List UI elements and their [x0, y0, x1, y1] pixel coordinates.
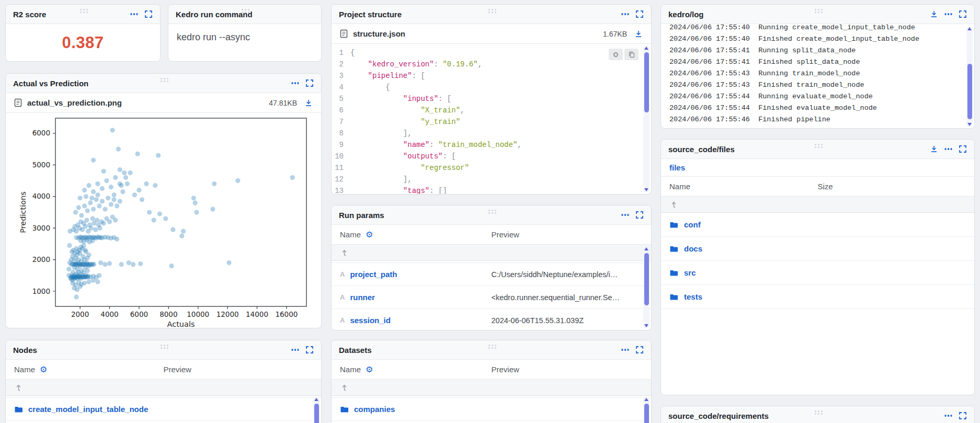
scrollbar-thumb[interactable]	[967, 64, 972, 119]
preview-toggle-button[interactable]	[609, 49, 623, 60]
overflow-menu-icon[interactable]	[294, 82, 296, 84]
folder-row[interactable]: conf	[661, 213, 974, 237]
expand-icon[interactable]	[305, 79, 314, 87]
folder-row[interactable]: docs	[661, 237, 974, 261]
svg-text:Predictions: Predictions	[19, 191, 27, 233]
drag-handle-icon[interactable]	[245, 9, 246, 10]
table-row[interactable]: Arunner<kedro.runner.sequential_runner.S…	[332, 286, 651, 309]
code-line: 12 ],	[332, 174, 651, 185]
drag-handle-icon[interactable]	[492, 345, 493, 346]
row-name-link[interactable]: companies	[354, 405, 395, 414]
vertical-scrollbar[interactable]	[643, 45, 649, 192]
table-row[interactable]: create_model_input_table_node	[6, 398, 321, 421]
svg-text:1000: 1000	[32, 287, 50, 295]
panel-header: Kedro run command	[168, 5, 321, 24]
drag-handle-icon[interactable]	[818, 144, 819, 145]
expand-icon[interactable]	[144, 10, 153, 18]
scroll-down-icon[interactable]	[644, 188, 648, 191]
folder-icon	[669, 245, 678, 253]
svg-text:8000: 8000	[159, 310, 177, 318]
scroll-up-icon[interactable]	[644, 47, 648, 50]
row-name-link[interactable]: project_path	[350, 270, 397, 279]
expand-icon[interactable]	[305, 346, 314, 354]
scrollbar-thumb[interactable]	[644, 404, 649, 423]
download-icon[interactable]	[930, 145, 938, 153]
panel-actual-vs-prediction: Actual vs Prediction actual_vs_predictio…	[5, 73, 322, 328]
row-name-link[interactable]: runner	[350, 293, 375, 302]
table-row[interactable]: companies	[332, 398, 651, 421]
scroll-up-icon[interactable]	[644, 398, 648, 401]
breadcrumb-files-link[interactable]: files	[669, 163, 685, 172]
panel-project-structure: Project structure structure.json 1.67KB …	[331, 4, 652, 195]
scroll-up-icon[interactable]	[314, 398, 318, 401]
overflow-menu-icon[interactable]	[624, 349, 626, 350]
line-number: 7	[332, 116, 350, 128]
table-row[interactable]: Asession_id2024-06-06T15.55.31.039Z	[332, 309, 651, 330]
folder-name-link[interactable]: docs	[684, 244, 702, 253]
column-settings-gear-icon[interactable]: ⚙	[366, 231, 373, 239]
scroll-up-icon[interactable]	[967, 27, 972, 30]
drag-handle-icon[interactable]	[164, 345, 165, 346]
column-settings-gear-icon[interactable]: ⚙	[366, 365, 373, 374]
scrollbar-thumb[interactable]	[644, 52, 649, 112]
overflow-menu-icon[interactable]	[948, 148, 949, 150]
download-icon[interactable]	[930, 10, 938, 18]
download-icon[interactable]	[304, 99, 313, 107]
download-icon[interactable]	[634, 30, 643, 38]
scrollbar-thumb[interactable]	[644, 253, 649, 305]
folder-name-link[interactable]: conf	[684, 220, 701, 229]
scroll-down-icon[interactable]	[967, 123, 972, 126]
drag-handle-icon[interactable]	[83, 9, 85, 10]
drag-handle-icon[interactable]	[164, 78, 165, 79]
overflow-menu-icon[interactable]	[948, 13, 949, 15]
scroll-down-icon[interactable]	[644, 324, 648, 327]
svg-text:14000: 14000	[246, 310, 268, 318]
expand-icon[interactable]	[635, 211, 644, 219]
vertical-scrollbar[interactable]	[966, 26, 973, 127]
overflow-menu-icon[interactable]	[133, 13, 135, 15]
column-name-label: Name	[14, 365, 35, 374]
svg-text:Actuals: Actuals	[167, 320, 195, 328]
parent-directory-row[interactable]	[332, 245, 651, 261]
scrollbar-thumb[interactable]	[314, 404, 319, 423]
overflow-menu-icon[interactable]	[624, 13, 626, 15]
code-text: "X_train",	[350, 105, 464, 116]
expand-icon[interactable]	[635, 10, 644, 18]
code-line: 8 ],	[332, 128, 651, 139]
expand-icon[interactable]	[635, 346, 644, 354]
folder-name-link[interactable]: tests	[684, 292, 702, 301]
vertical-scrollbar[interactable]	[643, 397, 649, 423]
drag-handle-icon[interactable]	[492, 9, 493, 10]
code-line: 5 "inputs": [	[332, 93, 651, 105]
drag-handle-icon[interactable]	[818, 9, 819, 10]
string-type-icon: A	[340, 293, 345, 301]
panel-header: source_code/files	[661, 140, 974, 159]
line-number: 12	[332, 174, 350, 185]
row-name-link[interactable]: session_id	[350, 316, 391, 325]
expand-icon[interactable]	[959, 145, 967, 153]
parent-directory-row[interactable]	[332, 380, 651, 396]
parent-directory-row[interactable]	[661, 197, 974, 213]
drag-handle-icon[interactable]	[492, 210, 493, 211]
code-line: 13 "tags": []	[332, 185, 651, 195]
name-cell: Aproject_path	[332, 270, 492, 279]
table-row[interactable]: Aproject_pathC:/Users/siddh/Neptune/exam…	[332, 263, 651, 286]
row-name-link[interactable]: create_model_input_table_node	[28, 405, 148, 414]
folder-row[interactable]: src	[661, 261, 974, 285]
expand-icon[interactable]	[959, 411, 967, 420]
overflow-menu-icon[interactable]	[624, 214, 626, 215]
column-settings-gear-icon[interactable]: ⚙	[40, 365, 47, 374]
vertical-scrollbar[interactable]	[643, 246, 649, 328]
scroll-up-icon[interactable]	[644, 247, 648, 250]
folder-name-link[interactable]: src	[684, 268, 696, 277]
overflow-menu-icon[interactable]	[948, 415, 949, 416]
up-directory-icon	[340, 383, 348, 392]
expand-icon[interactable]	[959, 10, 967, 18]
vertical-scrollbar[interactable]	[313, 397, 320, 423]
copy-button[interactable]	[624, 49, 639, 60]
parent-directory-row[interactable]	[6, 380, 321, 396]
drag-handle-icon[interactable]	[818, 410, 819, 412]
overflow-menu-icon[interactable]	[294, 349, 296, 350]
code-line: 4 {	[332, 82, 651, 93]
folder-row[interactable]: tests	[661, 285, 974, 309]
